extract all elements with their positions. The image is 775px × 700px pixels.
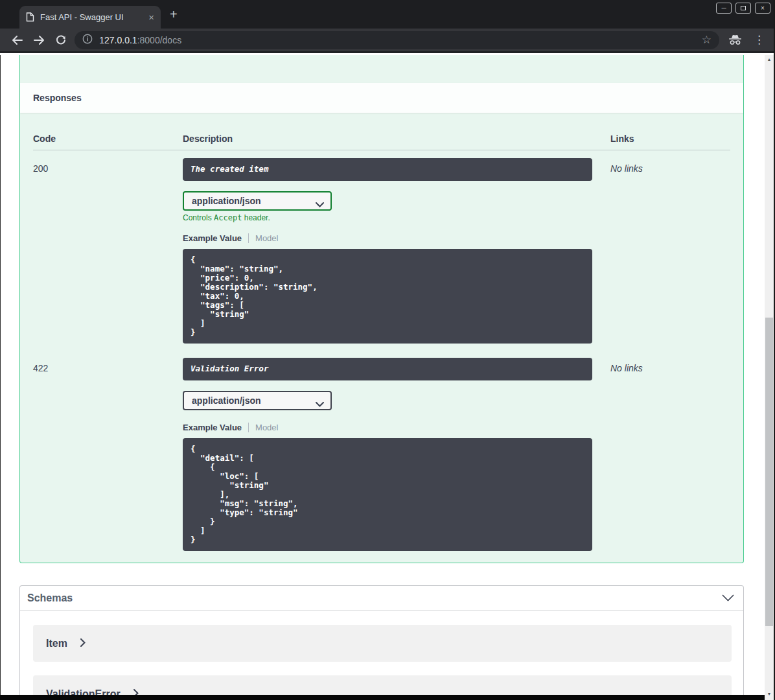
- chevron-down-icon: [316, 398, 324, 410]
- page-icon: [26, 12, 34, 22]
- response-row-422: 422 Validation Error application/json Ex…: [33, 350, 730, 551]
- titlebar: Fast API - Swagger UI × + ─ ×: [0, 0, 775, 29]
- scrollbar-thumb[interactable]: [765, 318, 773, 626]
- example-model-tabs: Example Value Model: [183, 233, 610, 243]
- response-description-cell: Validation Error application/json Exampl…: [183, 358, 610, 551]
- reload-button[interactable]: [51, 30, 73, 50]
- schemas-title: Schemas: [27, 592, 73, 604]
- tab-model[interactable]: Model: [255, 233, 278, 243]
- bookmark-star-icon[interactable]: ☆: [702, 34, 711, 45]
- accept-note-suffix: header.: [242, 213, 270, 222]
- media-type-select[interactable]: application/json: [183, 391, 332, 410]
- response-description-cell: The created item application/json Contro…: [183, 158, 610, 344]
- scrollbar[interactable]: ▲ ▼: [765, 55, 774, 700]
- minimize-button[interactable]: ─: [716, 3, 732, 14]
- accept-header-note: Controls Accept header.: [183, 213, 610, 222]
- accept-note-code: Accept: [214, 213, 242, 222]
- media-type-select-wrap: application/json: [183, 391, 332, 410]
- tab-close-icon[interactable]: ×: [148, 12, 154, 22]
- address-bar[interactable]: 127.0.0.1:8000/docs ☆: [75, 31, 719, 49]
- responses-header: Responses: [20, 83, 743, 113]
- window-edge-bottom: [0, 695, 765, 700]
- maximize-button[interactable]: [735, 3, 751, 14]
- browser-window: Fast API - Swagger UI × + ─ × 127.0.0.1:…: [0, 0, 775, 700]
- tab-model[interactable]: Model: [255, 423, 278, 432]
- new-tab-button[interactable]: +: [170, 8, 178, 20]
- tab-example-value[interactable]: Example Value: [183, 423, 242, 432]
- row-gap: [33, 344, 730, 350]
- response-links: No links: [610, 358, 730, 551]
- tab-title: Fast API - Swagger UI: [40, 12, 143, 22]
- window-edge-left: [0, 55, 1, 700]
- schemas-body: Item ValidationError: [20, 611, 743, 700]
- browser-toolbar: 127.0.0.1:8000/docs ☆ ⋮: [0, 29, 775, 53]
- back-button[interactable]: [6, 30, 29, 50]
- page-content: Responses Code Description Links 200 The…: [1, 55, 765, 700]
- responses-panel: Responses Code Description Links 200 The…: [19, 55, 744, 563]
- scroll-up-icon[interactable]: ▲: [765, 55, 774, 63]
- responses-table-head: Code Description Links: [33, 134, 730, 150]
- response-code: 200: [33, 158, 183, 344]
- response-description: The created item: [183, 158, 592, 181]
- col-header-links: Links: [610, 134, 730, 144]
- model-name: Item: [46, 638, 67, 649]
- media-type-select[interactable]: application/json: [183, 191, 332, 211]
- chevron-down-icon: [316, 198, 324, 210]
- media-type-select-wrap: application/json: [183, 191, 332, 211]
- tab-example-value[interactable]: Example Value: [183, 233, 242, 243]
- url-host: 127.0.0.1: [99, 35, 137, 45]
- browser-tab[interactable]: Fast API - Swagger UI ×: [19, 6, 161, 29]
- url-text: 127.0.0.1:8000/docs: [99, 35, 181, 45]
- close-button[interactable]: ×: [755, 3, 770, 14]
- incognito-icon: [728, 34, 742, 45]
- schemas-header[interactable]: Schemas: [20, 586, 743, 611]
- model-item[interactable]: Item: [33, 625, 732, 662]
- schemas-panel: Schemas Item ValidationError: [19, 585, 744, 700]
- expand-chevron-icon: [80, 638, 86, 649]
- accept-note-prefix: Controls: [183, 213, 214, 222]
- url-path: :8000/docs: [137, 35, 182, 45]
- menu-icon[interactable]: ⋮: [750, 34, 769, 45]
- collapse-chevron-icon[interactable]: [722, 592, 734, 604]
- panel-top-spacer: [20, 55, 743, 83]
- response-row-200: 200 The created item application/json Co…: [33, 150, 730, 344]
- maximize-icon: [741, 6, 746, 10]
- tab-divider: [248, 423, 249, 432]
- col-header-code: Code: [33, 134, 183, 144]
- responses-title: Responses: [33, 93, 82, 103]
- window-controls: ─ ×: [716, 3, 770, 14]
- scroll-down-icon[interactable]: ▼: [765, 690, 774, 697]
- response-description: Validation Error: [183, 358, 592, 380]
- response-code: 422: [33, 358, 183, 551]
- example-model-tabs: Example Value Model: [183, 423, 610, 432]
- responses-table: Code Description Links 200 The created i…: [20, 113, 743, 563]
- response-links: No links: [610, 158, 730, 344]
- example-json-block: { "detail": [ { "loc": [ "string" ], "ms…: [183, 438, 592, 551]
- tab-divider: [248, 233, 249, 243]
- col-header-description: Description: [183, 134, 610, 144]
- forward-button[interactable]: [29, 30, 51, 50]
- site-info-icon[interactable]: [82, 34, 93, 47]
- example-json-block: { "name": "string", "price": 0, "descrip…: [183, 249, 592, 344]
